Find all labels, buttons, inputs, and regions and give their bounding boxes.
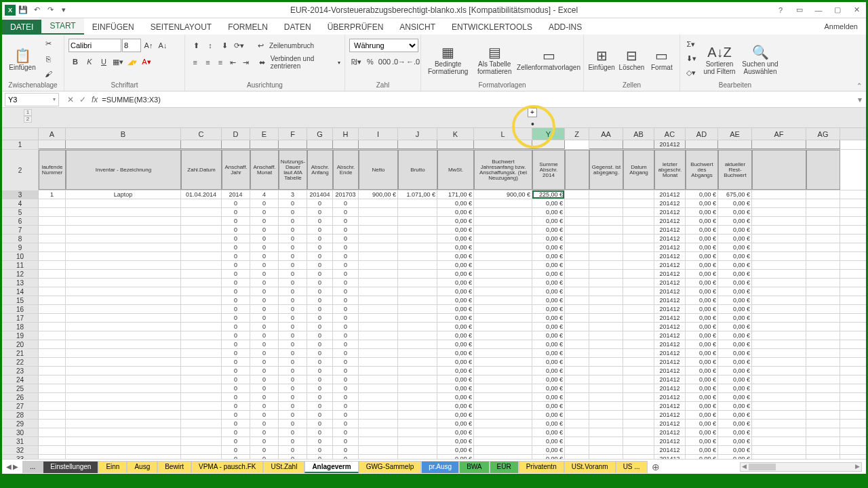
cell-20-D[interactable]: 0 (222, 340, 250, 348)
cell-27-I[interactable] (359, 402, 398, 410)
cell-14-AG[interactable] (806, 287, 840, 296)
cell-4-A[interactable] (39, 199, 66, 207)
cell-31-AF[interactable] (752, 437, 806, 445)
cell-28-AA[interactable] (589, 411, 623, 419)
cell-31-AG[interactable] (806, 437, 840, 445)
cell-16-AA[interactable] (589, 305, 623, 313)
cell-14-B[interactable] (66, 287, 181, 296)
cell-23-Y[interactable]: 0,00 € (532, 367, 565, 375)
cell-10-F[interactable]: 0 (279, 252, 307, 260)
cell-12-AB[interactable] (623, 270, 654, 278)
cell-10-H[interactable]: 0 (333, 252, 359, 260)
cell-22-G[interactable]: 0 (307, 358, 333, 366)
cell-6-H[interactable]: 0 (333, 217, 359, 225)
cell-15-AD[interactable]: 0,00 € (686, 296, 718, 304)
cancel-formula-icon[interactable]: ✕ (67, 95, 74, 104)
cell-8-Y[interactable]: 0,00 € (532, 235, 565, 243)
cell-6-Y[interactable]: 0,00 € (532, 217, 565, 225)
cell-32-I[interactable] (359, 446, 398, 454)
cell-33-D[interactable]: 0 (222, 455, 250, 459)
header-cell-AE[interactable]: aktueller Rest-Buchwert (718, 150, 752, 190)
cell-16-L[interactable] (474, 305, 532, 313)
header-cell-H[interactable]: Abschr. Ende (333, 150, 359, 190)
header-cell-I[interactable]: Netto (359, 150, 398, 190)
cell-26-E[interactable]: 0 (250, 393, 279, 401)
cell-20-K[interactable]: 0,00 € (437, 340, 474, 348)
cell-22-AD[interactable]: 0,00 € (686, 358, 718, 366)
cell-3-J[interactable]: 1.071,00 € (398, 190, 437, 199)
cell-32-K[interactable]: 0,00 € (437, 446, 474, 454)
cell-3-Y[interactable]: 225,00 € (532, 190, 565, 199)
cell-12-Z[interactable] (565, 270, 589, 278)
cell-25-AE[interactable]: 0,00 € (718, 384, 752, 392)
cell-33-J[interactable] (398, 455, 437, 459)
cell-27-J[interactable] (398, 402, 437, 410)
cell-23-G[interactable]: 0 (307, 367, 333, 375)
cell-23-AF[interactable] (752, 367, 806, 375)
cell-18-I[interactable] (359, 323, 398, 331)
align-top-icon[interactable]: ⬆ (189, 39, 203, 52)
cell-17-D[interactable]: 0 (222, 314, 250, 322)
cell-25-D[interactable]: 0 (222, 384, 250, 392)
cell-23-I[interactable] (359, 367, 398, 375)
cell-10-G[interactable]: 0 (307, 252, 333, 260)
cell-3-E[interactable]: 4 (250, 190, 279, 199)
cell-32-J[interactable] (398, 446, 437, 454)
cell-26-G[interactable]: 0 (307, 393, 333, 401)
cell-25-AG[interactable] (806, 384, 840, 392)
cell-11-Y[interactable]: 0,00 € (532, 261, 565, 269)
cell-6-J[interactable] (398, 217, 437, 225)
cell-26-K[interactable]: 0,00 € (437, 393, 474, 401)
cell-7-B[interactable] (66, 226, 181, 234)
cell-19-C[interactable] (181, 331, 222, 340)
cell-5-E[interactable]: 0 (250, 208, 279, 216)
wrap-text-button[interactable]: Zeilenumbruch (268, 42, 314, 49)
cell-16-Y[interactable]: 0,00 € (532, 305, 565, 313)
cell-29-C[interactable] (181, 420, 222, 428)
border-button[interactable]: ▦▾ (111, 55, 125, 68)
cell-1-H[interactable] (333, 140, 359, 149)
col-header-J[interactable]: J (398, 128, 437, 140)
cell-10-AF[interactable] (752, 252, 806, 260)
cell-33-H[interactable]: 0 (333, 455, 359, 459)
cell-25-AD[interactable]: 0,00 € (686, 384, 718, 392)
cell-19-L[interactable] (474, 331, 532, 340)
cell-6-AB[interactable] (623, 217, 654, 225)
cell-13-AE[interactable]: 0,00 € (718, 279, 752, 287)
cell-20-C[interactable] (181, 340, 222, 348)
cell-18-C[interactable] (181, 323, 222, 331)
cell-5-J[interactable] (398, 208, 437, 216)
cell-6-G[interactable]: 0 (307, 217, 333, 225)
col-header-F[interactable]: F (279, 128, 307, 140)
cell-30-I[interactable] (359, 428, 398, 436)
cell-19-AA[interactable] (589, 331, 623, 340)
cell-3-AC[interactable]: 201412 (654, 190, 686, 199)
cell-29-AA[interactable] (589, 420, 623, 428)
cell-33-Y[interactable]: 0,00 € (532, 455, 565, 459)
cell-25-A[interactable] (39, 384, 66, 392)
cell-19-AG[interactable] (806, 331, 840, 340)
cell-8-AF[interactable] (752, 235, 806, 243)
align-middle-icon[interactable]: ↕ (203, 39, 217, 52)
header-cell-L[interactable]: Buchwert Jahresanfang bzw. Anschaffungsk… (474, 150, 532, 190)
cell-1-AG[interactable] (806, 140, 840, 149)
cell-33-K[interactable]: 0,00 € (437, 455, 474, 459)
cell-32-F[interactable]: 0 (279, 446, 307, 454)
row-header-3[interactable]: 3 (2, 190, 39, 199)
wrap-text-icon[interactable]: ↩ (254, 39, 267, 52)
cell-30-Z[interactable] (565, 428, 589, 436)
header-cell-F[interactable]: Nutzungs-Dauer laut AfA Tabelle (279, 150, 307, 190)
cell-24-B[interactable] (66, 375, 181, 384)
cell-8-K[interactable]: 0,00 € (437, 235, 474, 243)
cell-8-AC[interactable]: 201412 (654, 235, 686, 243)
cell-28-AB[interactable] (623, 411, 654, 419)
cell-1-F[interactable] (279, 140, 307, 149)
cell-14-H[interactable]: 0 (333, 287, 359, 296)
cell-9-J[interactable] (398, 243, 437, 251)
find-select-button[interactable]: 🔍Suchen und Auswählen (741, 43, 779, 75)
cell-17-I[interactable] (359, 314, 398, 322)
cell-33-C[interactable] (181, 455, 222, 459)
cell-11-D[interactable]: 0 (222, 261, 250, 269)
cell-16-AB[interactable] (623, 305, 654, 313)
cell-7-F[interactable]: 0 (279, 226, 307, 234)
